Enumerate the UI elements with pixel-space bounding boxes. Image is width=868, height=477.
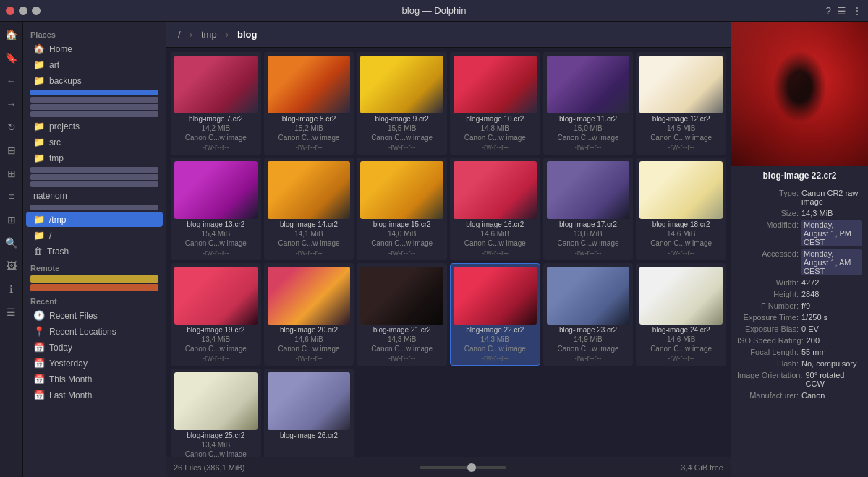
sidebar-item-root-label: / bbox=[49, 231, 51, 241]
back-icon-btn[interactable]: ← bbox=[3, 72, 20, 90]
last-month-icon: 📅 bbox=[33, 390, 45, 400]
sidebar-item-this-month[interactable]: 📅 This Month bbox=[26, 371, 163, 387]
view-grid-btn[interactable]: ⊞ bbox=[3, 165, 20, 182]
file-item-14[interactable]: blog-image 14.cr214,1 MiBCanon C...w ima… bbox=[264, 158, 354, 260]
sidebar-colored-bar-1 bbox=[30, 90, 158, 95]
sidebar-item-slash-tmp[interactable]: 📁 /tmp bbox=[26, 212, 163, 227]
file-perms-19: -rw-r--r-- bbox=[203, 354, 229, 362]
close-button[interactable] bbox=[6, 7, 14, 15]
zoom-slider-area[interactable] bbox=[420, 466, 506, 469]
breadcrumb-blog[interactable]: blog bbox=[233, 27, 261, 41]
file-item-8[interactable]: blog-image 8.cr215,2 MiBCanon C...w imag… bbox=[264, 52, 354, 155]
file-item-11[interactable]: blog-image 11.cr215,0 MiBCanon C...w ima… bbox=[543, 52, 634, 155]
file-item-10[interactable]: blog-image 10.cr214,8 MiBCanon C...w ima… bbox=[450, 52, 540, 155]
file-name-21: blog-image 21.cr2 bbox=[373, 326, 431, 334]
file-item-19[interactable]: blog-image 19.cr213,4 MiBCanon C...w ima… bbox=[171, 263, 261, 366]
file-perms-14: -rw-r--r-- bbox=[295, 249, 322, 257]
file-type-11: Canon C...w image bbox=[557, 134, 618, 142]
sidebar-item-projects-label: projects bbox=[49, 121, 80, 132]
file-name-17: blog-image 17.cr2 bbox=[559, 220, 617, 228]
file-size-9: 15,5 MiB bbox=[388, 124, 416, 132]
file-item-17[interactable]: blog-image 17.cr213,6 MiBCanon C...w ima… bbox=[543, 158, 634, 260]
file-thumbnail-18 bbox=[639, 267, 723, 325]
meta-label-9: ISO Speed Rating: bbox=[737, 336, 804, 345]
file-size-8: 15,2 MiB bbox=[294, 124, 323, 132]
file-item-7[interactable]: blog-image 7.cr214,2 MiBCanon C...w imag… bbox=[171, 52, 261, 155]
file-name-24: blog-image 24.cr2 bbox=[652, 326, 710, 334]
sidebar-item-recent-locations[interactable]: 📍 Recent Locations bbox=[26, 324, 163, 339]
zoom-thumb[interactable] bbox=[467, 463, 476, 472]
file-item-20[interactable]: blog-image 20.cr214,6 MiBCanon C...w ima… bbox=[264, 263, 354, 366]
file-item-13[interactable]: blog-image 13.cr215,4 MiBCanon C...w ima… bbox=[171, 158, 261, 260]
meta-value-3: Monday, August 1, AM CEST bbox=[801, 249, 862, 275]
breadcrumb-tmp[interactable]: tmp bbox=[197, 27, 221, 41]
file-item-22[interactable]: blog-image 22.cr214,3 MiBCanon C...w ima… bbox=[450, 263, 540, 366]
sidebar-item-projects[interactable]: 📁 projects bbox=[26, 119, 163, 134]
sidebar-item-today[interactable]: 📅 Today bbox=[26, 340, 163, 355]
bookmark-icon-btn[interactable]: 🔖 bbox=[3, 49, 20, 66]
sidebar-item-natenom-label: natenom bbox=[33, 191, 67, 201]
info-icon-btn[interactable]: ℹ bbox=[3, 280, 20, 298]
sidebar-item-art[interactable]: 📁 art bbox=[26, 57, 163, 72]
file-type-17: Canon C...w image bbox=[557, 239, 618, 247]
file-size-24: 14,6 MiB bbox=[667, 335, 695, 343]
file-item-9[interactable]: blog-image 9.cr215,5 MiBCanon C...w imag… bbox=[357, 52, 447, 155]
menu-icon[interactable]: ☰ bbox=[837, 5, 846, 17]
file-item-21[interactable]: blog-image 21.cr214,3 MiBCanon C...w ima… bbox=[357, 263, 447, 366]
preview-metadata: Type:Canon CR2 raw imageSize:14,3 MiBMod… bbox=[731, 184, 868, 404]
folder-icon-6: 📁 bbox=[33, 230, 45, 241]
sidebar-item-last-month[interactable]: 📅 Last Month bbox=[26, 387, 163, 403]
more-icon[interactable]: ⋮ bbox=[852, 5, 862, 17]
preview-icon-btn[interactable]: 🖼 bbox=[3, 257, 20, 275]
zoom-slider[interactable] bbox=[420, 466, 506, 469]
meta-label-10: Focal Length: bbox=[737, 348, 799, 356]
sidebar-item-tmp[interactable]: 📁 tmp bbox=[26, 150, 163, 166]
search-icon-btn[interactable]: 🔍 bbox=[3, 234, 20, 252]
recent-files-icon: 🕐 bbox=[33, 310, 45, 321]
view-tree-btn[interactable]: ⊞ bbox=[3, 211, 20, 228]
home-icon-btn[interactable]: 🏠 bbox=[3, 26, 20, 43]
breadcrumb-root[interactable]: / bbox=[174, 27, 185, 41]
sidebar-item-backups-label: backups bbox=[49, 76, 82, 86]
sidebar-colored-bar-8 bbox=[30, 205, 158, 210]
sidebar-item-src[interactable]: 📁 src bbox=[26, 134, 163, 150]
file-size-25: 13,4 MiB bbox=[202, 441, 230, 449]
folder-icon-2: 📁 bbox=[33, 75, 45, 86]
sidebar-item-yesterday[interactable]: 📅 Yesterday bbox=[26, 356, 163, 371]
file-item-25[interactable]: blog-image 25.cr213,4 MiBCanon C...w ima… bbox=[171, 369, 261, 457]
remote-section-label: Remote bbox=[23, 259, 166, 274]
folder-active-icon: 📁 bbox=[33, 214, 45, 225]
filter-icon-btn[interactable]: ⊟ bbox=[3, 142, 20, 159]
file-type-8: Canon C...w image bbox=[278, 134, 339, 142]
statusbar: 26 Files (386,1 MiB) 3,4 GiB free bbox=[166, 457, 731, 477]
sidebar-item-natenom[interactable]: natenom bbox=[26, 189, 163, 203]
window-controls[interactable] bbox=[6, 7, 41, 15]
sidebar-item-trash[interactable]: 🗑 Trash bbox=[26, 244, 163, 259]
file-grid-container[interactable]: blog-image 7.cr214,2 MiBCanon C...w imag… bbox=[166, 48, 731, 457]
file-name-7: blog-image 7.cr2 bbox=[189, 115, 242, 123]
help-icon[interactable]: ? bbox=[825, 5, 831, 17]
file-name-15: blog-image 15.cr2 bbox=[373, 220, 431, 228]
maximize-button[interactable] bbox=[32, 7, 41, 15]
sidebar-item-home[interactable]: 🏠 Home bbox=[26, 41, 163, 56]
meta-label-1: Size: bbox=[737, 209, 799, 218]
file-item-23[interactable]: blog-image 23.cr214,9 MiBCanon C...w ima… bbox=[543, 263, 634, 366]
file-item-15[interactable]: blog-image 15.cr214,0 MiBCanon C...w ima… bbox=[357, 158, 447, 260]
sidebar-item-recent-files[interactable]: 🕐 Recent Files bbox=[26, 308, 163, 323]
file-type-13: Canon C...w image bbox=[185, 239, 247, 247]
forward-icon-btn[interactable]: → bbox=[3, 95, 20, 113]
menu-bottom-btn[interactable]: ☰ bbox=[3, 304, 20, 321]
meta-row-0: Type:Canon CR2 raw image bbox=[731, 187, 868, 207]
file-item-18[interactable]: blog-image 18.cr214,6 MiBCanon C...w ima… bbox=[636, 158, 726, 260]
refresh-icon-btn[interactable]: ↻ bbox=[3, 119, 20, 136]
file-item-16[interactable]: blog-image 16.cr214,6 MiBCanon C...w ima… bbox=[450, 158, 540, 260]
sidebar-colored-bar-7 bbox=[30, 181, 158, 187]
file-item-12[interactable]: blog-image 12.cr214,5 MiBCanon C...w ima… bbox=[636, 52, 726, 155]
file-item-26[interactable]: blog-image 26.cr2 bbox=[264, 369, 354, 457]
file-item-24[interactable]: blog-image 24.cr214,6 MiBCanon C...w ima… bbox=[636, 263, 726, 366]
sidebar-item-root[interactable]: 📁 / bbox=[26, 228, 163, 243]
sidebar-item-backups[interactable]: 📁 backups bbox=[26, 73, 163, 88]
minimize-button[interactable] bbox=[19, 7, 27, 15]
view-detail-btn[interactable]: ≡ bbox=[3, 188, 20, 205]
file-name-26: blog-image 26.cr2 bbox=[280, 431, 338, 439]
